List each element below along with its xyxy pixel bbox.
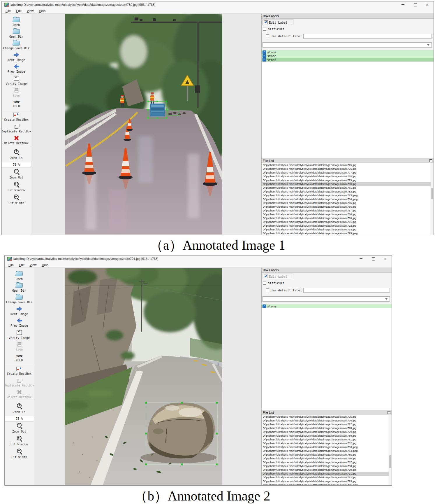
toolbar-button[interactable]: Prev Image — [5, 317, 34, 328]
file-list-item[interactable]: D:\pycharm\ultralytics-main\ultralytics\… — [262, 430, 392, 434]
file-list-item[interactable]: D:\pycharm\ultralytics-main\ultralytics\… — [262, 449, 392, 453]
close-button[interactable]: × — [421, 1, 434, 8]
menu-item[interactable]: File — [6, 263, 16, 267]
file-list-item[interactable]: D:\pycharm\ultralytics-main\ultralytics\… — [262, 442, 392, 445]
menu-item[interactable]: Edit — [13, 9, 24, 13]
label-combobox[interactable] — [263, 42, 432, 48]
toolbar-button[interactable]: Open Dir — [5, 282, 34, 293]
file-list-item[interactable]: D:\pycharm\ultralytics-main\ultralytics\… — [262, 472, 392, 476]
menu-item[interactable]: View — [24, 9, 36, 13]
toolbar-button[interactable]: Create RectBox — [5, 364, 34, 377]
close-button[interactable]: × — [379, 256, 392, 262]
file-list-item[interactable]: D:\pycharm\ultralytics-main\ultralytics\… — [262, 468, 392, 472]
toolbar-button[interactable]: Verify Image — [2, 74, 31, 87]
toolbar-button[interactable]: Open Dir — [2, 28, 31, 39]
file-list-item[interactable]: D:\pycharm\ultralytics-main\ultralytics\… — [262, 205, 434, 209]
file-list-item[interactable]: D:\pycharm\ultralytics-main\ultralytics\… — [262, 453, 392, 457]
toolbar-button[interactable]: Fit Window — [5, 434, 34, 447]
file-list-scrollbar[interactable] — [431, 163, 434, 235]
minimize-button[interactable] — [355, 256, 367, 262]
file-list-item[interactable]: D:\pycharm\ultralytics-main\ultralytics\… — [262, 438, 392, 442]
file-list-item[interactable]: D:\pycharm\ultralytics-main\ultralytics\… — [262, 175, 434, 178]
box-label-item[interactable]: stone — [262, 304, 392, 308]
toolbar-button[interactable]: Next Image — [5, 305, 34, 317]
file-list-item[interactable]: D:\pycharm\ultralytics-main\ultralytics\… — [262, 163, 434, 167]
toolbar-button[interactable]: Open — [5, 270, 34, 282]
toolbar-button[interactable]: Save — [2, 87, 31, 99]
file-list-item[interactable]: D:\pycharm\ultralytics-main\ultralytics\… — [262, 461, 392, 464]
label-checkbox[interactable] — [263, 54, 266, 58]
box-label-item[interactable]: stone — [262, 54, 434, 58]
file-list-item[interactable]: D:\pycharm\ultralytics-main\ultralytics\… — [262, 178, 434, 182]
use-default-label-checkbox[interactable] — [266, 34, 269, 38]
titlebar-2[interactable]: labelImg D:\pycharm\ultralytics-main\ult… — [5, 256, 392, 262]
label-checkbox[interactable] — [263, 50, 266, 54]
toolbar-button[interactable]: Prev Image — [2, 63, 31, 74]
box-label-item[interactable]: stone — [262, 50, 434, 54]
file-list-item[interactable]: D:\pycharm\ultralytics-main\ultralytics\… — [262, 220, 434, 224]
menu-item[interactable]: View — [27, 263, 39, 267]
titlebar-1[interactable]: labelImg D:\pycharm\ultralytics-main\ult… — [2, 1, 434, 8]
file-list-item[interactable]: D:\pycharm\ultralytics-main\ultralytics\… — [262, 186, 434, 190]
file-list-item[interactable]: D:\pycharm\ultralytics-main\ultralytics\… — [262, 476, 392, 480]
label-combobox[interactable] — [263, 296, 390, 302]
file-list-item[interactable]: D:\pycharm\ultralytics-main\ultralytics\… — [262, 464, 392, 468]
menu-item[interactable]: Edit — [16, 263, 27, 267]
file-list-item[interactable]: D:\pycharm\ultralytics-main\ultralytics\… — [262, 483, 392, 485]
float-panel-icon[interactable] — [429, 159, 432, 162]
file-list-item[interactable]: D:\pycharm\ultralytics-main\ultralytics\… — [262, 216, 434, 220]
toolbar-button[interactable]: Change Save Dir — [5, 293, 34, 305]
file-list-item[interactable]: D:\pycharm\ultralytics-main\ultralytics\… — [262, 480, 392, 483]
menu-item[interactable]: Help — [39, 263, 51, 267]
file-list-item[interactable]: D:\pycharm\ultralytics-main\ultralytics\… — [262, 167, 434, 171]
toolbar-button[interactable]: Open — [2, 16, 31, 28]
file-list-item[interactable]: D:\pycharm\ultralytics-main\ultralytics\… — [262, 194, 434, 197]
scrollbar-thumb[interactable] — [389, 455, 391, 468]
toolbar-button[interactable]: Zoom Out — [5, 421, 34, 434]
toolbar-button[interactable]: Zoom In — [5, 401, 34, 415]
default-label-input[interactable] — [303, 288, 390, 293]
toolbar-button[interactable]: Fit Width — [5, 447, 34, 460]
toolbar-button[interactable]: Duplicate RectBox — [2, 123, 31, 134]
file-list-item[interactable]: D:\pycharm\ultralytics-main\ultralytics\… — [262, 457, 392, 461]
file-list-scrollbar[interactable] — [389, 415, 392, 485]
toolbar-button[interactable]: Fit Window — [2, 180, 31, 193]
label-checkbox[interactable] — [263, 58, 266, 62]
file-list-item[interactable]: D:\pycharm\ultralytics-main\ultralytics\… — [262, 171, 434, 175]
file-list-item[interactable]: D:\pycharm\ultralytics-main\ultralytics\… — [262, 232, 434, 235]
file-list-item[interactable]: D:\pycharm\ultralytics-main\ultralytics\… — [262, 209, 434, 213]
file-list-item[interactable]: D:\pycharm\ultralytics-main\ultralytics\… — [262, 415, 392, 419]
file-list-item[interactable]: D:\pycharm\ultralytics-main\ultralytics\… — [262, 419, 392, 423]
toolbar-button[interactable]: Delete RectBox — [2, 134, 31, 146]
toolbar-button[interactable]: Zoom Out — [2, 167, 31, 180]
toolbar-button[interactable]: Save — [5, 341, 34, 353]
maximize-button[interactable] — [409, 1, 421, 8]
file-list-item[interactable]: D:\pycharm\ultralytics-main\ultralytics\… — [262, 434, 392, 438]
float-panel-icon[interactable] — [388, 411, 390, 414]
difficult-checkbox[interactable] — [263, 27, 266, 31]
toolbar-button[interactable]: Delete RectBox — [5, 388, 34, 400]
toolbar-button[interactable]: Fit Width — [2, 193, 31, 206]
image-canvas-2[interactable] — [34, 268, 261, 485]
toolbar-button[interactable]: Duplicate RectBox — [5, 377, 34, 388]
label-checkbox[interactable] — [263, 304, 266, 308]
toolbar-button[interactable]: YOLO — [2, 99, 31, 109]
use-default-label-checkbox[interactable] — [266, 288, 269, 292]
toolbar-button[interactable]: Verify Image — [5, 328, 34, 341]
file-list-item[interactable]: D:\pycharm\ultralytics-main\ultralytics\… — [262, 423, 392, 426]
toolbar-button[interactable]: 75 % — [5, 416, 34, 421]
difficult-checkbox[interactable] — [263, 281, 266, 285]
toolbar-button[interactable]: Zoom In — [2, 147, 31, 161]
toolbar-button[interactable]: Create RectBox — [2, 110, 31, 123]
maximize-button[interactable] — [367, 256, 379, 262]
edit-label-button[interactable]: Edit Label — [263, 20, 293, 25]
scrollbar-thumb[interactable] — [431, 188, 433, 199]
toolbar-button[interactable]: Change Save Dir — [2, 39, 31, 51]
image-canvas-1[interactable] — [31, 14, 261, 235]
file-list-item[interactable]: D:\pycharm\ultralytics-main\ultralytics\… — [262, 190, 434, 194]
toolbar-button[interactable]: Next Image — [2, 51, 31, 63]
file-list-item[interactable]: D:\pycharm\ultralytics-main\ultralytics\… — [262, 197, 434, 201]
file-list-item[interactable]: D:\pycharm\ultralytics-main\ultralytics\… — [262, 213, 434, 216]
file-list-item[interactable]: D:\pycharm\ultralytics-main\ultralytics\… — [262, 445, 392, 449]
file-list-item[interactable]: D:\pycharm\ultralytics-main\ultralytics\… — [262, 182, 434, 186]
